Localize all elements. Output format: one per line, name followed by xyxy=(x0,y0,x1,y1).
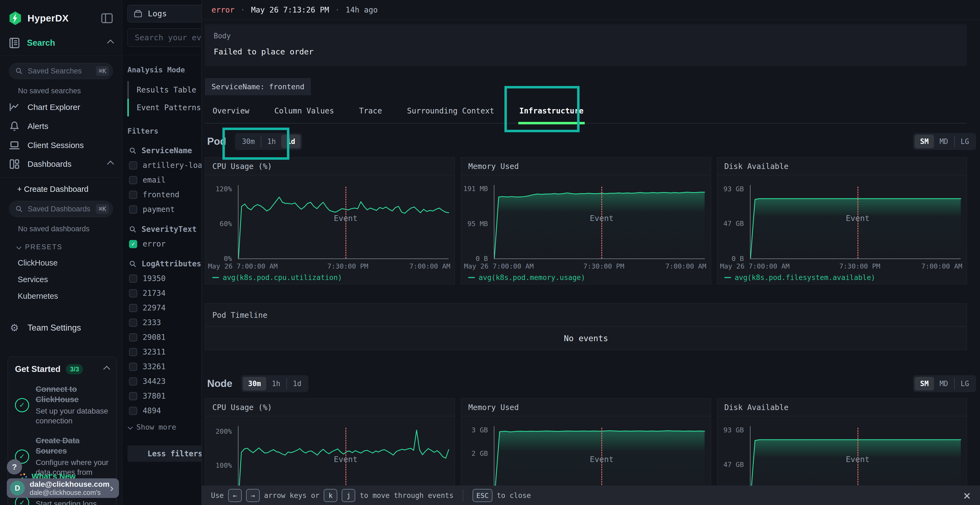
tab-column-values[interactable]: Column Values xyxy=(274,106,334,123)
checkbox[interactable] xyxy=(129,205,137,214)
presets-toggle[interactable]: PRESETS xyxy=(17,243,122,251)
sidebar-item-dashboards[interactable]: Dashboards xyxy=(0,154,122,173)
checkbox[interactable] xyxy=(129,289,137,297)
range-1d[interactable]: 1d xyxy=(281,135,301,148)
tab-infrastructure[interactable]: Infrastructure xyxy=(519,106,584,123)
filter-option[interactable]: 32311 xyxy=(129,348,202,356)
get-started-step-connect[interactable]: ✓ Connect to ClickHouse Set up your data… xyxy=(15,384,109,426)
j-key[interactable]: j xyxy=(342,489,355,502)
saved-searches-field[interactable] xyxy=(27,67,91,76)
sidebar-item-kubernetes[interactable]: Kubernetes xyxy=(18,292,122,301)
checkbox[interactable] xyxy=(129,161,137,170)
search-icon[interactable] xyxy=(129,226,137,233)
sidebar-item-team-settings[interactable]: ⚙ Team Settings xyxy=(0,319,122,337)
step-subtitle: Set up your database connection xyxy=(36,406,109,426)
range-30m[interactable]: 30m xyxy=(243,377,267,391)
checkbox[interactable] xyxy=(129,363,137,371)
checkbox[interactable] xyxy=(129,176,137,184)
search-icon[interactable] xyxy=(129,147,137,154)
help-button[interactable]: ? xyxy=(7,459,22,475)
x-axis: May 26 7:00:00 AM7:30:00 PM7:00:00 AM xyxy=(494,261,705,271)
chevron-up-icon[interactable] xyxy=(107,40,114,46)
size-lg[interactable]: LG xyxy=(955,377,975,391)
range-30m[interactable]: 30m xyxy=(237,135,260,148)
sidebar-item-client-sessions[interactable]: Client Sessions xyxy=(0,136,122,154)
user-menu[interactable]: D dale@clickhouse.com dale@clickhouse.co… xyxy=(7,478,119,498)
filter-option[interactable]: frontend xyxy=(129,190,202,199)
esc-key[interactable]: ESC xyxy=(473,489,492,502)
tab-trace[interactable]: Trace xyxy=(359,106,382,123)
checkbox[interactable] xyxy=(129,377,137,386)
filter-option[interactable]: 34423 xyxy=(129,377,202,386)
filter-option[interactable]: 22974 xyxy=(129,303,202,312)
checkbox[interactable] xyxy=(129,333,137,341)
sidebar-item-clickhouse[interactable]: ClickHouse xyxy=(18,259,122,267)
filter-option[interactable]: 2333 xyxy=(129,318,202,327)
saved-searches-input[interactable]: ⌘K xyxy=(9,63,113,79)
y-axis-line xyxy=(494,426,494,486)
checkbox[interactable] xyxy=(129,191,137,199)
chevron-up-icon[interactable] xyxy=(103,366,110,373)
filter-option[interactable]: 4894 xyxy=(129,406,202,415)
filter-option[interactable]: ✓error xyxy=(129,240,202,248)
range-1d[interactable]: 1d xyxy=(288,377,307,391)
event-search-input[interactable] xyxy=(127,28,202,47)
less-filters-button[interactable]: Less filters xyxy=(127,445,202,462)
bell-icon xyxy=(9,121,20,132)
checkbox[interactable] xyxy=(129,392,137,400)
servicename-tag[interactable]: ServiceName: frontend xyxy=(205,78,311,95)
size-sm[interactable]: SM xyxy=(915,135,934,148)
x-axis-line xyxy=(238,259,449,259)
divider xyxy=(463,489,463,502)
collapse-sidebar-icon[interactable] xyxy=(101,13,113,24)
filter-option[interactable]: 21734 xyxy=(129,289,202,298)
sidebar-item-chart-explorer[interactable]: Chart Explorer xyxy=(0,98,122,116)
get-started-step-sources[interactable]: ✓ Create Data Sources Configure where yo… xyxy=(15,436,109,477)
checkbox[interactable] xyxy=(129,319,137,327)
checkbox[interactable] xyxy=(129,304,137,312)
sidebar-item-alerts[interactable]: Alerts xyxy=(0,116,122,136)
filter-option[interactable]: 33261 xyxy=(129,362,202,371)
filter-option[interactable]: email xyxy=(129,176,202,184)
filter-option[interactable]: payment xyxy=(129,205,202,214)
filter-option[interactable]: 37801 xyxy=(129,392,202,400)
chart-legend[interactable]: avg(k8s.pod.filesystem.available) xyxy=(717,271,967,284)
chart-legend[interactable]: avg(k8s.pod.cpu.utilization) xyxy=(205,271,455,284)
saved-dashboards-input[interactable]: ⌘K xyxy=(9,201,113,217)
size-sm[interactable]: SM xyxy=(915,377,934,391)
close-icon[interactable]: × xyxy=(963,489,971,502)
event-body-card: Body Failed to place order xyxy=(205,24,967,66)
size-md[interactable]: MD xyxy=(934,377,953,391)
tab-overview[interactable]: Overview xyxy=(213,106,249,123)
checkbox[interactable] xyxy=(129,348,137,356)
tab-surrounding-context[interactable]: Surrounding Context xyxy=(407,106,494,123)
sidebar-item-search[interactable]: Search xyxy=(0,33,122,56)
size-lg[interactable]: LG xyxy=(955,135,975,148)
sidebar-item-services[interactable]: Services xyxy=(18,275,122,284)
avatar: D xyxy=(10,481,25,495)
k-key[interactable]: k xyxy=(324,489,337,502)
create-dashboard-button[interactable]: + Create Dashboard xyxy=(17,185,122,194)
filter-option[interactable]: 29081 xyxy=(129,333,202,342)
mode-event-patterns[interactable]: Event Patterns xyxy=(127,99,202,116)
filter-option[interactable]: 19350 xyxy=(129,274,202,283)
arrow-right-key[interactable]: → xyxy=(246,489,260,502)
search-icon[interactable] xyxy=(129,260,137,268)
range-1h[interactable]: 1h xyxy=(262,135,281,148)
checkbox[interactable] xyxy=(129,275,137,283)
arrow-left-key[interactable]: ← xyxy=(228,489,242,502)
show-more-toggle[interactable]: Show more xyxy=(129,423,202,431)
range-1h[interactable]: 1h xyxy=(266,377,286,391)
checkbox[interactable] xyxy=(129,407,137,415)
size-md[interactable]: MD xyxy=(934,135,953,148)
user-email: dale@clickhouse.com xyxy=(30,480,105,489)
mode-results-table[interactable]: Results Table xyxy=(127,81,202,99)
checkbox-checked[interactable]: ✓ xyxy=(129,240,137,248)
source-select[interactable]: Logs xyxy=(127,5,202,22)
filter-option[interactable]: artillery-loadgen xyxy=(129,161,202,170)
chevron-up-icon[interactable] xyxy=(107,160,114,167)
chart-legend[interactable]: avg(k8s.pod.memory.usage) xyxy=(461,271,711,284)
saved-dashboards-field[interactable] xyxy=(27,205,91,214)
filters-label: Filters xyxy=(127,127,202,135)
event-search-field[interactable] xyxy=(134,33,202,43)
